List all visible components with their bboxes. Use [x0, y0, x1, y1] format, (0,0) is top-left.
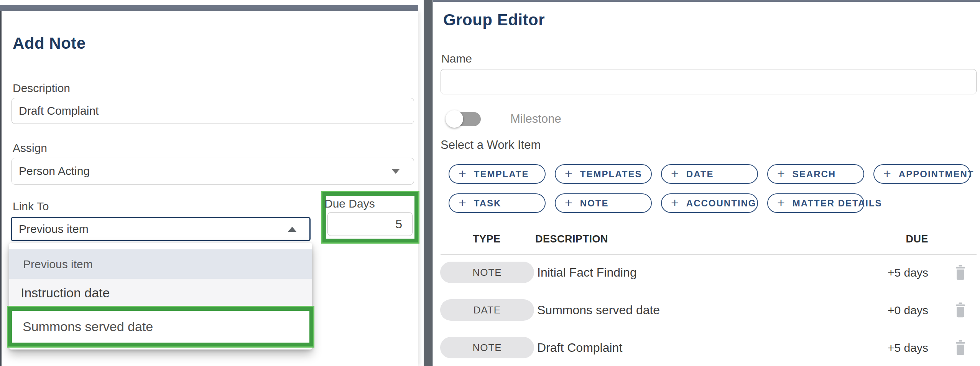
- row-description: Draft Complaint: [537, 341, 622, 355]
- pill-label: APPOINTMENT: [899, 169, 974, 180]
- annotation-box-due-days: Due Days: [322, 192, 418, 242]
- description-label: Description: [13, 82, 70, 95]
- type-badge: NOTE: [440, 262, 534, 283]
- window-top-bar: [0, 5, 418, 11]
- section-divider: [441, 218, 977, 218]
- plus-icon: +: [565, 167, 572, 180]
- pill-label: ACCOUNTING: [686, 198, 756, 209]
- trash-icon[interactable]: [954, 302, 967, 318]
- table-header-divider: [441, 254, 977, 255]
- add-accounting-button[interactable]: + ACCOUNTING: [661, 193, 758, 213]
- add-search-button[interactable]: + SEARCH: [767, 164, 864, 184]
- assign-select[interactable]: Person Acting: [12, 158, 414, 185]
- plus-icon: +: [777, 196, 785, 209]
- dropdown-option-summons-served-date[interactable]: Summons served date: [12, 311, 309, 343]
- name-input[interactable]: [441, 69, 977, 94]
- column-header-due: DUE: [878, 233, 928, 245]
- column-header-description: DESCRIPTION: [535, 233, 608, 245]
- dropdown-option-instruction-date[interactable]: Instruction date: [9, 279, 312, 307]
- milestone-label: Milestone: [510, 112, 561, 126]
- link-to-select[interactable]: Previous item: [11, 217, 311, 241]
- type-badge: NOTE: [440, 337, 534, 358]
- due-days-input[interactable]: [327, 212, 413, 236]
- pill-label: TEMPLATE: [474, 169, 529, 180]
- window-top-bar: [433, 0, 980, 2]
- add-matter-details-button[interactable]: + MATTER DETAILS: [767, 193, 864, 213]
- plus-icon: +: [883, 167, 891, 180]
- add-note-panel: Add Note Description Assign Person Actin…: [0, 0, 418, 366]
- add-templates-button[interactable]: + TEMPLATES: [555, 164, 652, 184]
- due-days-label: Due Days: [324, 197, 414, 210]
- link-to-label: Link To: [13, 200, 49, 213]
- chevron-up-icon: [288, 227, 296, 232]
- pill-label: DATE: [686, 169, 714, 180]
- plus-icon: +: [459, 167, 466, 180]
- select-work-item-label: Select a Work Item: [441, 138, 541, 152]
- panel-title: Group Editor: [443, 11, 545, 29]
- dropdown-option-previous-item[interactable]: Previous item: [9, 249, 312, 279]
- dropdown-option-label: Instruction date: [21, 285, 110, 300]
- milestone-toggle[interactable]: [448, 112, 481, 126]
- type-badge: DATE: [440, 299, 534, 321]
- row-description: Initial Fact Finding: [537, 265, 637, 280]
- add-note-dialog: Add Note Description Assign Person Actin…: [2, 11, 418, 366]
- row-due: +5 days: [878, 266, 928, 279]
- trash-icon[interactable]: [954, 340, 967, 356]
- plus-icon: +: [671, 196, 679, 209]
- pill-label: NOTE: [580, 198, 609, 209]
- column-header-type: TYPE: [473, 233, 501, 245]
- pill-label: SEARCH: [793, 169, 836, 180]
- add-date-button[interactable]: + DATE: [661, 164, 758, 184]
- plus-icon: +: [671, 167, 679, 180]
- assign-label: Assign: [13, 142, 47, 155]
- annotation-box-summons-option: Summons served date: [8, 307, 313, 346]
- row-due: +0 days: [878, 304, 928, 317]
- plus-icon: +: [777, 167, 785, 180]
- group-editor-panel: Group Editor Name Milestone Select a Wor…: [432, 0, 980, 366]
- pill-label: MATTER DETAILS: [793, 198, 882, 209]
- description-input[interactable]: [12, 98, 414, 124]
- name-label: Name: [441, 52, 472, 65]
- pill-label: TEMPLATES: [580, 169, 642, 180]
- add-template-button[interactable]: + TEMPLATE: [449, 164, 546, 184]
- dropdown-option-label: Previous item: [23, 258, 93, 271]
- add-note-button[interactable]: + NOTE: [555, 193, 652, 213]
- plus-icon: +: [459, 196, 466, 209]
- assign-value: Person Acting: [19, 165, 90, 178]
- pill-label: TASK: [474, 198, 502, 209]
- row-due: +5 days: [878, 341, 928, 354]
- add-appointment-button[interactable]: + APPOINTMENT: [873, 164, 970, 184]
- toggle-knob: [446, 110, 463, 128]
- link-to-value: Previous item: [19, 223, 89, 236]
- trash-icon[interactable]: [954, 264, 967, 280]
- link-to-dropdown-menu: Previous item Instruction date Summons s…: [9, 243, 312, 350]
- row-description: Summons served date: [537, 303, 660, 317]
- dialog-title: Add Note: [13, 34, 86, 53]
- dropdown-option-label: Summons served date: [23, 319, 153, 334]
- plus-icon: +: [565, 196, 572, 209]
- work-item-buttons-row-2: + TASK + NOTE + ACCOUNTING + MATTER DETA…: [449, 193, 864, 213]
- panel-divider: [424, 0, 432, 366]
- add-task-button[interactable]: + TASK: [449, 193, 546, 213]
- work-item-buttons-row-1: + TEMPLATE + TEMPLATES + DATE + SEARCH +…: [449, 164, 970, 184]
- chevron-down-icon: [391, 169, 400, 174]
